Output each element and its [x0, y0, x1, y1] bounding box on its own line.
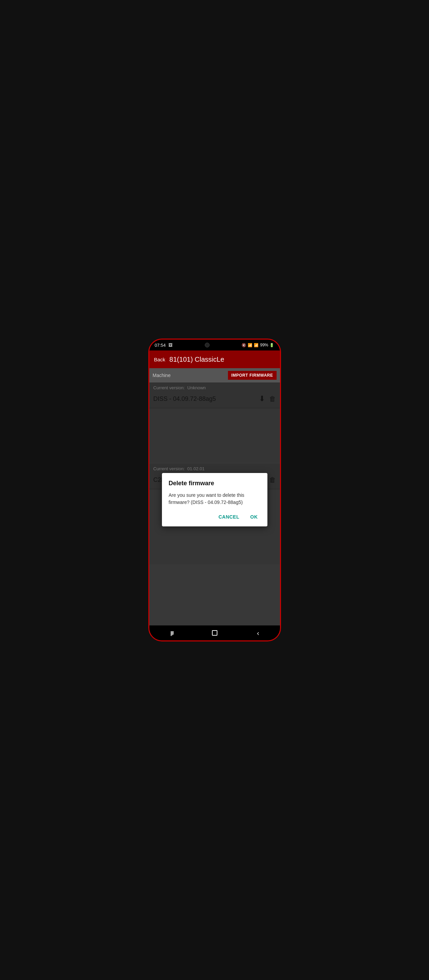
back-button[interactable]: Back: [154, 356, 165, 363]
dialog-message: Are you sure you want to delete this fir…: [169, 492, 261, 506]
wifi-icon: 📶: [248, 343, 253, 347]
delete-firmware-dialog: Delete firmware Are you sure you want to…: [162, 473, 267, 527]
camera-notch: [205, 343, 210, 347]
status-icons: 🔇 📶 📶 99% 🔋: [242, 343, 274, 347]
mute-icon: 🔇: [242, 343, 246, 347]
recents-button[interactable]: [164, 628, 178, 638]
status-bar: 07:54 🖼 🔇 📶 📶 99% 🔋: [149, 340, 280, 350]
dialog-title: Delete firmware: [169, 480, 261, 487]
app-header: Back 81(101) ClassicLe: [149, 350, 280, 368]
status-left: 07:54 🖼: [155, 343, 173, 348]
nav-bar: ‹: [149, 625, 280, 640]
time-display: 07:54: [155, 343, 166, 348]
machine-label: Machine: [153, 372, 171, 378]
dialog-actions: CANCEL OK: [169, 513, 261, 523]
import-firmware-button[interactable]: IMPORT FIRMWARE: [228, 371, 276, 380]
home-button[interactable]: [208, 628, 221, 638]
page-title: 81(101) ClassicLe: [169, 356, 224, 363]
gallery-icon: 🖼: [168, 343, 173, 347]
dialog-cancel-button[interactable]: CANCEL: [216, 513, 242, 521]
back-nav-button[interactable]: ‹: [251, 628, 265, 638]
dialog-ok-button[interactable]: OK: [248, 513, 261, 521]
battery-icon: 🔋: [269, 343, 274, 347]
back-nav-icon: ‹: [257, 629, 259, 637]
home-icon: [212, 630, 218, 636]
battery-percent: 99%: [260, 343, 268, 347]
toolbar-row: Machine IMPORT FIRMWARE: [149, 368, 280, 382]
main-content: Current version: Unknown DISS - 04.09.72…: [149, 382, 280, 625]
phone-frame: 07:54 🖼 🔇 📶 📶 99% 🔋 Back 81(101) Classic…: [148, 339, 281, 641]
signal-icon: 📶: [254, 343, 259, 347]
recents-icon: [169, 631, 173, 635]
